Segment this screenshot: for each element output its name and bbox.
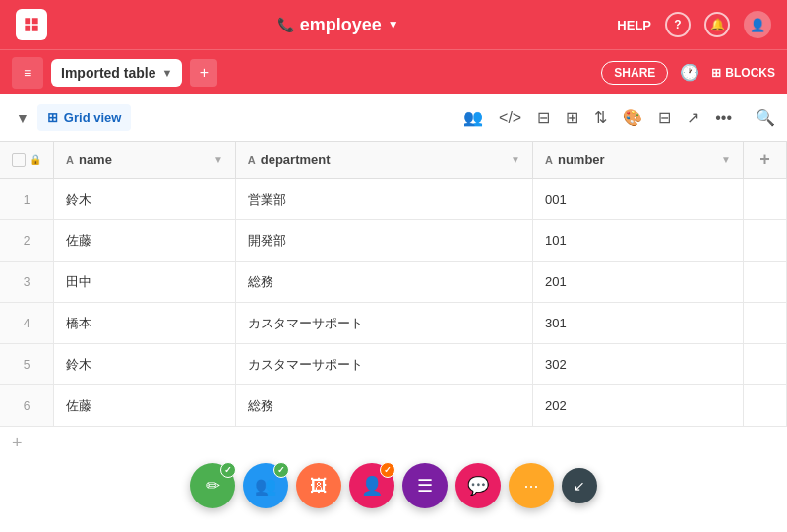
title-dropdown-icon[interactable]: ▼ (388, 18, 399, 31)
paint-icon[interactable]: 🎨 (623, 108, 642, 127)
add-row-button[interactable]: + (0, 427, 787, 459)
col-sort-name[interactable]: ▼ (213, 154, 223, 165)
notifications-icon[interactable]: 🔔 (704, 12, 730, 37)
table-name-label: Imported table (61, 65, 155, 81)
fab-menu[interactable]: ☰ (402, 463, 448, 508)
expand-icon[interactable]: ⊟ (658, 108, 671, 127)
add-table-button[interactable]: + (190, 59, 217, 87)
phone-icon: 📞 (277, 17, 294, 32)
add-column-button[interactable]: + (744, 142, 787, 179)
fab-script[interactable]: ✏ ✓ (190, 463, 235, 508)
more-icon[interactable]: ••• (715, 109, 732, 127)
col-label-num: number (558, 152, 605, 167)
cell-number[interactable]: 302 (533, 344, 744, 385)
row-number: 5 (0, 344, 54, 385)
floating-toolbar: ✏ ✓ 👥 ✓ 🖼 👤 ✓ ☰ 💬 ··· ↙ (190, 463, 597, 508)
blocks-icon: ⊞ (711, 66, 721, 80)
cell-number[interactable]: 301 (533, 303, 744, 344)
sort-icon[interactable]: ⇅ (594, 108, 607, 127)
fab-more[interactable]: ··· (509, 463, 554, 508)
search-icon[interactable]: 🔍 (756, 108, 775, 127)
cell-name[interactable]: 佐藤 (54, 385, 236, 427)
cell-number[interactable]: 202 (533, 385, 744, 427)
blocks-button[interactable]: ⊞ BLOCKS (711, 66, 775, 80)
cell-name[interactable]: 佐藤 (54, 220, 236, 262)
share-label: SHARE (614, 66, 655, 80)
cell-number[interactable]: 101 (533, 220, 744, 262)
table-row[interactable]: 1 鈴木 営業部 001 (0, 179, 787, 220)
fab-more-icon: ··· (523, 476, 538, 497)
col-label-name: name (79, 152, 112, 167)
app-logo[interactable] (16, 9, 47, 40)
cell-department[interactable]: 総務 (235, 262, 532, 303)
fab-users[interactable]: 👤 ✓ (349, 463, 394, 508)
col-sort-dept[interactable]: ▼ (511, 154, 520, 165)
cell-name[interactable]: 橋本 (54, 303, 236, 344)
col-type-icon-num: A (545, 154, 553, 166)
row-number: 3 (0, 262, 54, 303)
view-toggle[interactable]: ▼ (12, 106, 33, 130)
cell-name[interactable]: 鈴木 (54, 179, 236, 220)
view-bar-tools: 👥 </> ⊟ ⊞ ⇅ 🎨 ⊟ ↗ ••• 🔍 (463, 108, 775, 127)
checkbox-header[interactable]: 🔒 (0, 142, 54, 179)
add-table-icon: + (200, 64, 209, 82)
row-number: 2 (0, 220, 54, 262)
view-bar: ▼ ⊞ Grid view 👥 </> ⊟ ⊞ ⇅ 🎨 ⊟ ↗ ••• 🔍 (0, 94, 787, 142)
blocks-label: BLOCKS (725, 66, 775, 80)
share-button[interactable]: SHARE (601, 61, 668, 85)
app-title: employee (300, 15, 382, 35)
col-header-department[interactable]: A department ▼ (235, 142, 532, 179)
grid-view-label: Grid view (64, 110, 122, 125)
toolbar-left: ≡ Imported table ▼ + (12, 57, 217, 89)
nav-right: HELP ? 🔔 👤 (617, 11, 771, 38)
fab-collapse[interactable]: ↙ (562, 468, 597, 503)
col-header-name[interactable]: A name ▼ (54, 142, 236, 179)
fab-users-icon: 👤 (361, 475, 383, 497)
cell-empty (744, 385, 787, 427)
cell-department[interactable]: カスタマーサポート (235, 344, 532, 385)
fab-image[interactable]: 🖼 (296, 463, 341, 508)
cell-name[interactable]: 田中 (54, 262, 236, 303)
table-row[interactable]: 3 田中 総務 201 (0, 262, 787, 303)
cell-department[interactable]: 営業部 (235, 179, 532, 220)
fab-chat[interactable]: 💬 (455, 463, 501, 508)
fab-collapse-icon: ↙ (574, 478, 585, 494)
nav-center: 📞 employee ▼ (59, 15, 617, 35)
code-icon[interactable]: </> (499, 109, 521, 127)
fab-group-badge: ✓ (273, 462, 289, 478)
col-type-icon-dept: A (248, 154, 256, 166)
cell-department[interactable]: 開発部 (235, 220, 532, 262)
user-avatar[interactable]: 👤 (744, 11, 771, 38)
grid-view-button[interactable]: ⊞ Grid view (37, 104, 132, 131)
filter-icon[interactable]: ⊟ (537, 108, 550, 127)
fab-group[interactable]: 👥 ✓ (243, 463, 288, 508)
help-label[interactable]: HELP (617, 18, 651, 32)
col-type-icon-name: A (66, 154, 74, 166)
nav-title[interactable]: 📞 employee ▼ (277, 15, 399, 35)
cell-empty (744, 220, 787, 262)
table-row[interactable]: 4 橋本 カスタマーサポート 301 (0, 303, 787, 344)
table-name-button[interactable]: Imported table ▼ (51, 59, 182, 87)
table-row[interactable]: 6 佐藤 総務 202 (0, 385, 787, 427)
table-row[interactable]: 2 佐藤 開発部 101 (0, 220, 787, 262)
history-icon[interactable]: 🕐 (680, 63, 699, 82)
cell-department[interactable]: 総務 (235, 385, 532, 427)
cell-number[interactable]: 201 (533, 262, 744, 303)
top-nav: 📞 employee ▼ HELP ? 🔔 👤 (0, 0, 787, 49)
cell-number[interactable]: 001 (533, 179, 744, 220)
second-toolbar: ≡ Imported table ▼ + SHARE 🕐 ⊞ BLOCKS (0, 49, 787, 94)
grid-view-icon: ⊞ (47, 110, 58, 125)
toolbar-right: SHARE 🕐 ⊞ BLOCKS (601, 61, 775, 85)
team-icon[interactable]: 👥 (463, 108, 483, 127)
cell-name[interactable]: 鈴木 (54, 344, 236, 385)
table-row[interactable]: 5 鈴木 カスタマーサポート 302 (0, 344, 787, 385)
col-sort-num[interactable]: ▼ (721, 154, 731, 165)
fab-chat-icon: 💬 (467, 475, 489, 497)
help-icon[interactable]: ? (665, 12, 691, 37)
fields-icon[interactable]: ⊞ (566, 108, 578, 127)
col-header-number[interactable]: A number ▼ (533, 142, 744, 179)
hamburger-button[interactable]: ≡ (12, 57, 43, 89)
cell-empty (744, 262, 787, 303)
export-icon[interactable]: ↗ (687, 108, 699, 127)
cell-department[interactable]: カスタマーサポート (235, 303, 532, 344)
